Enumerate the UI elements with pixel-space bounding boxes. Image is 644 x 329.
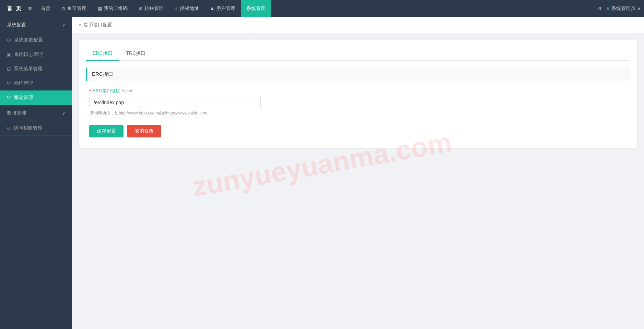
breadcrumb-arrow-icon: »: [79, 22, 82, 28]
nav-transfer-label: 转账管理: [144, 5, 164, 12]
sidebar-group-system-config: 系统配置 ∨ ⚙ 系统参数配置 ▣ 系统日志管理 ⊟ 系统菜单管理 Ψ 合约管理…: [0, 17, 72, 105]
nav-item-fishling[interactable]: ⊙ 鱼苗管理: [56, 0, 92, 17]
sidebar-item-sys-menu[interactable]: ⊟ 系统菜单管理: [0, 62, 72, 76]
v-mark-icon: V: [607, 6, 610, 11]
nav-separator-icon: ≡: [25, 5, 35, 12]
nav-transfer-icon: ⊛: [139, 6, 143, 11]
breadcrumb: » 提币接口配置: [72, 17, 644, 33]
sidebar-group-permissions-label: 权限管理: [7, 110, 26, 116]
sidebar-group-permissions-chevron-icon: ∨: [62, 111, 65, 115]
form-section-title: ERC接口: [86, 68, 630, 81]
tab-trc[interactable]: TRC接口: [119, 47, 153, 61]
access-icon: ⊙: [7, 125, 11, 131]
channel-icon: Ψ: [7, 95, 11, 100]
nav-item-system[interactable]: 系统管理: [241, 0, 271, 17]
nav-right: ↺ V 系统管理员 ∨: [597, 5, 641, 12]
tab-erc-label: ERC接口: [93, 50, 113, 56]
nav-qrcode-icon: ▦: [97, 6, 102, 11]
sidebar-group-chevron-icon: ∨: [62, 23, 65, 27]
content-card: ERC接口 TRC接口 ERC接口 * ERC接口链接 Apiurl 请指明协议…: [79, 40, 637, 148]
cancel-button[interactable]: 取消修改: [127, 125, 161, 137]
nav-qrcode-label: 我的二维码: [104, 5, 128, 12]
cancel-button-label: 取消修改: [134, 128, 154, 134]
nav-brand: 首 页: [3, 5, 25, 12]
sidebar-item-sys-log[interactable]: ▣ 系统日志管理: [0, 47, 72, 62]
sidebar: 系统配置 ∨ ⚙ 系统参数配置 ▣ 系统日志管理 ⊟ 系统菜单管理 Ψ 合约管理…: [0, 17, 72, 329]
form-hint: 请指明协议，如http://www.baidu.com或者https://www…: [89, 110, 627, 116]
sidebar-item-contract-label: 合约管理: [14, 80, 33, 86]
nav-user-profile[interactable]: V 系统管理员 ∨: [607, 5, 641, 12]
nav-user-label: 用户管理: [216, 5, 235, 12]
nav-user-icon: ♟: [210, 6, 214, 11]
sidebar-group-permissions-header[interactable]: 权限管理 ∨: [0, 105, 72, 121]
nav-item-transfer[interactable]: ⊛ 转账管理: [133, 0, 169, 17]
top-navigation: 首 页 ≡ 首页 ⊙ 鱼苗管理 ▦ 我的二维码 ⊛ 转账管理 ♀ 授权地址 ♟ …: [0, 0, 644, 17]
refresh-icon[interactable]: ↺: [597, 5, 601, 12]
sidebar-item-sys-params[interactable]: ⚙ 系统参数配置: [0, 33, 72, 47]
nav-auth-icon: ♀: [175, 6, 178, 11]
main-layout: 系统配置 ∨ ⚙ 系统参数配置 ▣ 系统日志管理 ⊟ 系统菜单管理 Ψ 合约管理…: [0, 17, 644, 329]
nav-home-char1[interactable]: 首: [7, 5, 12, 12]
nav-item-home[interactable]: 首页: [35, 0, 56, 17]
field-label-green: ERC接口链接: [93, 88, 120, 94]
sidebar-item-channel[interactable]: Ψ 通道管理: [0, 90, 72, 105]
sidebar-item-sys-params-label: 系统参数配置: [14, 37, 43, 43]
sidebar-item-access-label: 访问权限管理: [14, 125, 43, 131]
form-label-erc-url: * ERC接口链接 Apiurl: [89, 88, 627, 94]
tab-trc-label: TRC接口: [126, 50, 146, 56]
nav-username: 系统管理员: [611, 5, 635, 12]
menu-icon: ⊟: [7, 66, 11, 72]
main-content: » 提币接口配置 ERC接口 TRC接口 ERC接口 * ERC接口链接 Api: [72, 17, 644, 329]
sidebar-group-system-config-header[interactable]: 系统配置 ∨: [0, 17, 72, 33]
sidebar-item-sys-log-label: 系统日志管理: [14, 51, 43, 58]
nav-home-label: 首页: [41, 5, 50, 12]
field-label-hint: Apiurl: [122, 88, 132, 93]
gear-icon: ⚙: [7, 37, 11, 43]
sidebar-item-sys-menu-label: 系统菜单管理: [14, 66, 43, 72]
nav-user-chevron: ∨: [637, 6, 641, 11]
nav-items: 首页 ⊙ 鱼苗管理 ▦ 我的二维码 ⊛ 转账管理 ♀ 授权地址 ♟ 用户管理 系…: [35, 0, 597, 17]
log-icon: ▣: [7, 52, 11, 57]
contract-icon: Ψ: [7, 81, 11, 86]
sidebar-item-channel-label: 通道管理: [14, 95, 33, 101]
nav-fishling-icon: ⊙: [61, 6, 66, 11]
tab-erc[interactable]: ERC接口: [86, 47, 119, 61]
required-mark: *: [89, 88, 91, 94]
sidebar-item-access[interactable]: ⊙ 访问权限管理: [0, 121, 72, 135]
sidebar-group-permissions: 权限管理 ∨ ⊙ 访问权限管理: [0, 105, 72, 136]
save-button[interactable]: 保存配置: [89, 125, 124, 137]
nav-auth-label: 授权地址: [180, 5, 199, 12]
save-button-label: 保存配置: [97, 128, 116, 134]
erc-url-input[interactable]: [89, 97, 261, 108]
nav-item-user[interactable]: ♟ 用户管理: [204, 0, 241, 17]
sidebar-group-system-config-label: 系统配置: [7, 22, 26, 28]
tab-bar: ERC接口 TRC接口: [86, 47, 630, 61]
breadcrumb-label: 提币接口配置: [83, 22, 112, 28]
nav-fishling-label: 鱼苗管理: [67, 5, 86, 12]
nav-item-auth[interactable]: ♀ 授权地址: [169, 0, 205, 17]
nav-home-char2[interactable]: 页: [16, 5, 21, 12]
nav-item-qrcode[interactable]: ▦ 我的二维码: [92, 0, 133, 17]
form-group-erc-url: * ERC接口链接 Apiurl 请指明协议，如http://www.baidu…: [86, 88, 630, 116]
sidebar-item-contract[interactable]: Ψ 合约管理: [0, 76, 72, 90]
nav-system-label: 系统管理: [246, 5, 266, 12]
btn-group: 保存配置 取消修改: [86, 122, 630, 141]
